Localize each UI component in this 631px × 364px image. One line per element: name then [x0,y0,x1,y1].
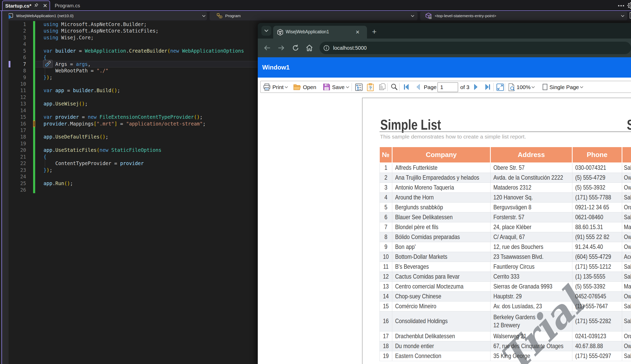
cell-text: Mar [622,283,631,291]
table-cell: (11) 555-7647 [572,301,622,311]
home-icon[interactable] [305,44,313,52]
code-line: }); [44,74,244,81]
code-line: app.UseStaticFiles(new StaticFileOptions [44,147,244,153]
window1-titlebar[interactable]: Window1 [258,57,631,78]
cell-text: 88.60.15.31 [572,223,603,231]
code-token: . [52,147,55,153]
pin-icon[interactable] [33,3,39,9]
code-token [52,48,55,54]
zoom-value[interactable]: 100% [517,84,531,90]
new-tab-button[interactable]: + [370,27,379,37]
cell-text: Around the Horn [392,193,434,202]
chevron-down-icon[interactable] [531,86,535,89]
code-token: Microsoft.AspNetCore.Builder; [58,22,147,27]
code-token: var [44,114,52,120]
table-header-cell: Address [491,147,572,163]
unsaved-change-marker [33,121,35,127]
site-info-icon[interactable] [323,45,329,51]
vs-tab-startup-cs[interactable]: Startup.cs* ✕ [2,1,50,10]
class-icon [216,13,223,20]
line-number: 7 [10,61,26,67]
chevron-down-icon[interactable] [346,86,350,89]
code-token: , [88,61,91,67]
table-cell: Cactus Comidas para llevar [392,272,491,281]
table-cell: 40.67.88.88 [572,341,622,351]
table-header: №CompanyAddressPhone [380,147,631,163]
vs-tab-label: Program.cs [55,3,80,8]
cell-text: 19 [383,352,389,360]
back-icon[interactable] [263,44,271,52]
address-bar[interactable]: localhost:5000 [320,42,631,54]
code-token: app [44,147,52,153]
forward-icon[interactable] [277,44,285,52]
tab-close-icon[interactable]: ✕ [354,29,361,35]
previous-page-icon[interactable] [416,84,420,90]
first-page-icon[interactable] [403,84,409,90]
table-cell: 9 [380,242,392,252]
open-button[interactable]: Open [303,84,316,90]
project-dropdown[interactable]: WisejWebApplication1 (net10.0) [3,12,207,20]
print-icon[interactable] [263,83,271,91]
favicon-wisej [277,29,284,36]
code-token: = [76,48,85,54]
reload-icon[interactable] [292,44,299,52]
table-cell: 1 [380,163,392,173]
save-button[interactable]: Save [332,84,345,90]
chevron-down-icon[interactable] [284,86,288,89]
code-token: UseWisej [55,101,79,106]
type-dropdown[interactable]: Program [210,12,418,20]
tab-overflow-icon[interactable] [617,2,626,9]
next-page-icon[interactable] [474,84,478,90]
code-token: CreateBuilder [129,48,167,54]
table-cell: 19 [380,351,392,361]
member-dropdown[interactable]: <top-level-statements-entry-point> [420,12,627,20]
zoom-page-icon[interactable] [508,83,516,91]
table-cell: C/ Araquil, 67 [491,232,572,242]
cell-text: Mataderos 2312 [491,184,531,192]
tab-search-button[interactable] [261,26,271,36]
cell-text: Acc [622,253,631,261]
last-page-icon[interactable] [485,84,491,90]
gear-icon[interactable] [627,2,631,9]
line-number: 26 [10,187,26,193]
quick-actions-button[interactable] [43,60,53,68]
table-cell: Centro comercial Moctezuma [392,281,491,291]
table-cell: 13 [380,281,392,291]
open-icon[interactable] [293,83,301,91]
resources-icon[interactable] [378,83,386,91]
parameters-icon[interactable]: ? [367,83,374,91]
cell-text: Ana Trujillo Emparedados y helados [392,174,479,182]
cell-text: Sale [622,273,631,281]
table-cell: (5) 555-4729 [572,173,622,183]
single-page-icon[interactable] [542,84,548,90]
cell-text: Sale [622,352,631,360]
vs-tab-program-cs[interactable]: Program.cs [51,1,84,10]
save-icon[interactable] [323,83,330,91]
bookmarks-panel-icon[interactable] [355,83,363,91]
code-token: provider [120,161,144,166]
code-editor[interactable]: using Microsoft.AspNetCore.Builder;using… [44,21,244,193]
code-token: () [79,101,85,106]
cell-text: Chop-suey Chinese [392,292,441,300]
cell-text: Av. dos Lusíadas, 23 [491,302,542,310]
code-token: .Mappings [67,121,94,127]
table-cell: 0241-039123 [572,331,622,341]
line-number: 21 [10,154,26,160]
cell-text: 13 [383,283,389,291]
print-button[interactable]: Print [272,84,284,90]
browser-tab[interactable]: WisejWebApplication1 ✕ [273,26,367,39]
table-cell: Eastern Connection [392,351,491,361]
view-mode-label[interactable]: Single Page [549,84,579,90]
table-cell: 10 [380,252,392,262]
search-icon[interactable] [390,83,398,91]
cell-text: 7 [384,223,387,231]
table-cell: Bon app' [392,242,491,252]
toolbar-separator [387,83,388,91]
cell-text: 1 [384,164,387,172]
fullscreen-icon[interactable] [496,83,504,91]
close-icon[interactable]: ✕ [42,2,48,9]
chevron-down-icon[interactable] [580,86,584,89]
page-number-input[interactable] [437,82,458,92]
table-cell: Consolidated Holdings [392,311,491,331]
table-cell: 0621-08460 [572,212,622,222]
